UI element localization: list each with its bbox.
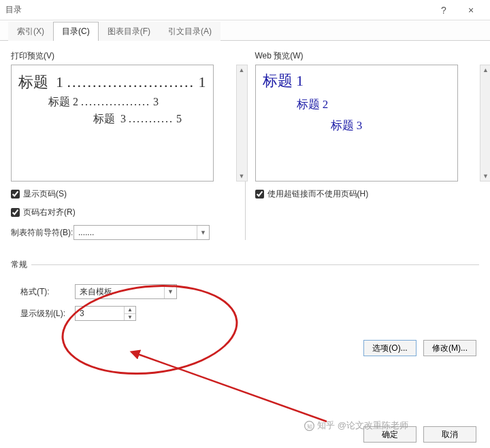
- toc-entry-2-page: 3: [153, 96, 159, 108]
- dialog-title: 目录: [5, 4, 430, 16]
- tab-index[interactable]: 索引(X): [8, 22, 53, 41]
- toc-entry-1-num: 1: [56, 73, 63, 91]
- show-levels-spinner[interactable]: 3 ▲ ▼: [75, 306, 136, 321]
- svg-line-0: [136, 354, 327, 421]
- chevron-down-icon[interactable]: ▼: [197, 226, 209, 239]
- toc-entry-2-title: 标题: [48, 95, 70, 109]
- scroll-down-icon[interactable]: ▼: [237, 171, 247, 181]
- modify-button[interactable]: 修改(M)...: [423, 340, 476, 356]
- toc-entry-1-page: 1: [199, 73, 206, 91]
- scroll-down-icon[interactable]: ▼: [480, 171, 490, 181]
- print-preview-box: 标题 1 ......................... 1 标题 2 ..…: [11, 65, 214, 182]
- web-preview-scrollbar[interactable]: ▲ ▼: [480, 65, 490, 182]
- show-page-numbers-label: 显示页码(S): [23, 188, 67, 200]
- right-align-pages-label: 页码右对齐(R): [23, 207, 76, 218]
- use-hyperlinks-label: 使用超链接而不使用页码(H): [267, 188, 369, 200]
- scroll-up-icon[interactable]: ▲: [237, 65, 247, 75]
- show-levels-label: 显示级别(L):: [20, 308, 75, 320]
- options-button[interactable]: 选项(O)...: [363, 340, 416, 356]
- watermark: 知 知乎 @论文改重陈老师: [304, 419, 408, 432]
- spin-down-icon[interactable]: ▼: [125, 314, 135, 321]
- right-align-pages-input[interactable]: [11, 208, 20, 217]
- format-label: 格式(T):: [20, 286, 75, 298]
- tab-leader-combo[interactable]: ....... ▼: [74, 225, 210, 240]
- zhihu-icon: 知: [304, 421, 314, 431]
- section-divider: [31, 264, 479, 265]
- web-preview-column: Web 预览(W) 标题 1 标题 2 标题 3 ▲ ▼ 使用超链接而不使用页码…: [255, 50, 480, 240]
- annotation-arrow: [129, 347, 333, 428]
- print-preview-column: 打印预览(V) 标题 1 ......................... 1…: [11, 50, 235, 240]
- toc-entry-3-page: 5: [176, 113, 182, 125]
- tab-bar: 索引(X) 目录(C) 图表目录(F) 引文目录(A): [0, 20, 490, 41]
- toc-entry-3-title: 标题: [93, 112, 115, 126]
- print-preview-label: 打印预览(V): [11, 50, 235, 62]
- toc-entry-1-title: 标题: [18, 72, 48, 92]
- web-entry-3: 标题 3: [263, 118, 451, 133]
- svg-text:知: 知: [307, 423, 312, 429]
- web-entry-2: 标题 2: [263, 97, 451, 112]
- tab-leader-value: .......: [74, 228, 197, 237]
- tab-authorities[interactable]: 引文目录(A): [159, 22, 220, 41]
- cancel-button[interactable]: 取消: [423, 426, 476, 443]
- print-preview-scrollbar[interactable]: ▲ ▼: [236, 65, 248, 182]
- toc-entry-2-dots: .................: [81, 96, 150, 108]
- help-button[interactable]: ?: [430, 5, 457, 16]
- tab-figures[interactable]: 图表目录(F): [99, 22, 159, 41]
- show-levels-value: 3: [76, 307, 124, 320]
- show-page-numbers-input[interactable]: [11, 190, 20, 199]
- format-combo[interactable]: 来自模板 ▼: [75, 284, 177, 299]
- use-hyperlinks-checkbox[interactable]: 使用超链接而不使用页码(H): [255, 188, 480, 200]
- tab-toc[interactable]: 目录(C): [53, 22, 99, 41]
- scroll-up-icon[interactable]: ▲: [480, 65, 490, 75]
- right-align-pages-checkbox[interactable]: 页码右对齐(R): [11, 207, 235, 218]
- use-hyperlinks-input[interactable]: [255, 190, 264, 199]
- chevron-down-icon[interactable]: ▼: [164, 285, 176, 298]
- show-page-numbers-checkbox[interactable]: 显示页码(S): [11, 188, 235, 200]
- toc-entry-2-num: 2: [73, 96, 78, 108]
- format-value: 来自模板: [76, 286, 164, 298]
- web-preview-box: 标题 1 标题 2 标题 3: [255, 65, 458, 182]
- spin-up-icon[interactable]: ▲: [125, 307, 135, 314]
- toc-entry-1-dots: .........................: [67, 73, 195, 91]
- web-entry-1: 标题 1: [263, 71, 451, 91]
- toc-entry-3-num: 3: [120, 113, 126, 125]
- close-button[interactable]: ×: [457, 5, 485, 16]
- watermark-text: 知乎 @论文改重陈老师: [317, 419, 408, 432]
- web-preview-label: Web 预览(W): [255, 50, 480, 62]
- tab-leader-label: 制表符前导符(B):: [11, 227, 74, 239]
- general-section-label: 常规: [11, 259, 27, 271]
- toc-entry-3-dots: ...........: [129, 113, 174, 125]
